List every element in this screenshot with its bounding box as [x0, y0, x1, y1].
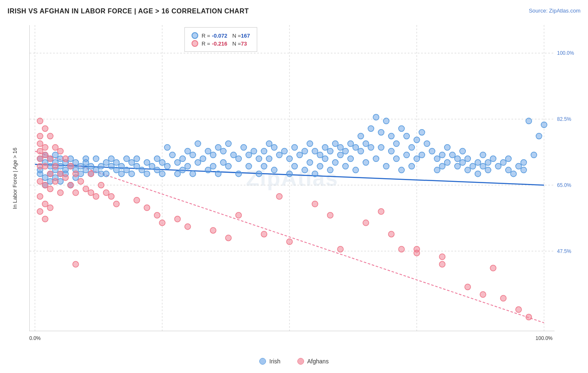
svg-point-228: [52, 144, 58, 150]
svg-point-42: [73, 160, 79, 166]
svg-point-192: [485, 160, 491, 166]
svg-point-130: [317, 152, 323, 158]
svg-text:47.5%: 47.5%: [557, 248, 571, 254]
svg-point-103: [235, 156, 241, 162]
svg-point-119: [286, 156, 292, 162]
svg-point-63: [118, 164, 124, 169]
svg-point-70: [139, 167, 145, 173]
legend-bottom-irish-label: Irish: [269, 358, 280, 365]
svg-point-184: [460, 160, 465, 166]
svg-point-244: [88, 190, 94, 196]
svg-point-68: [134, 164, 140, 169]
svg-point-58: [108, 164, 114, 169]
svg-point-75: [154, 167, 160, 173]
svg-point-209: [37, 148, 43, 154]
svg-point-248: [108, 194, 114, 199]
svg-point-94: [210, 152, 216, 158]
svg-point-52: [93, 167, 99, 173]
svg-point-134: [327, 148, 333, 154]
svg-point-93: [205, 167, 211, 173]
svg-point-178: [445, 144, 450, 150]
chart-area: ZipAtlas R = -0.072 N = 167 R = -0.216 N…: [29, 25, 555, 331]
svg-point-141: [343, 164, 348, 169]
svg-point-215: [37, 156, 43, 162]
svg-point-262: [312, 201, 318, 207]
svg-point-97: [215, 171, 221, 177]
svg-point-253: [159, 220, 165, 226]
svg-point-174: [434, 156, 440, 162]
svg-point-219: [42, 182, 48, 188]
svg-point-231: [57, 148, 63, 154]
svg-point-165: [404, 152, 409, 158]
svg-point-243: [88, 171, 94, 177]
svg-point-126: [307, 141, 313, 146]
svg-point-150: [368, 125, 374, 131]
svg-point-275: [490, 265, 496, 271]
svg-point-76: [159, 160, 165, 166]
svg-point-86: [185, 164, 191, 169]
svg-point-104: [235, 171, 241, 177]
svg-point-216: [42, 125, 48, 131]
svg-point-108: [251, 148, 257, 154]
svg-point-218: [42, 164, 48, 169]
chart-svg: 100.0%82.5%65.0%47.5%0.0%100.0%: [30, 25, 555, 331]
svg-point-124: [302, 148, 308, 154]
svg-point-196: [501, 160, 506, 166]
svg-point-81: [174, 160, 180, 166]
svg-text:82.5%: 82.5%: [557, 116, 571, 122]
svg-point-176: [439, 164, 445, 169]
svg-point-142: [348, 141, 353, 146]
svg-point-227: [47, 205, 53, 211]
svg-point-49: [83, 160, 89, 166]
svg-point-193: [485, 167, 491, 173]
svg-point-118: [281, 148, 287, 154]
legend-bottom: Irish Afghans: [0, 358, 588, 365]
svg-point-144: [353, 144, 358, 150]
svg-point-251: [144, 205, 150, 211]
svg-point-199: [511, 171, 516, 177]
svg-point-62: [118, 171, 124, 177]
svg-point-89: [195, 141, 201, 146]
svg-point-212: [37, 194, 43, 199]
svg-text:100.0%: 100.0%: [557, 50, 574, 56]
svg-text:0.0%: 0.0%: [29, 335, 41, 341]
svg-point-213: [37, 209, 43, 215]
svg-point-186: [465, 167, 470, 173]
legend-bottom-afghans: Afghans: [297, 358, 329, 365]
svg-point-120: [286, 171, 292, 177]
svg-point-264: [337, 246, 343, 252]
svg-point-194: [490, 156, 496, 162]
svg-point-171: [419, 152, 425, 158]
svg-point-169: [414, 156, 420, 162]
svg-point-230: [52, 179, 58, 184]
svg-point-145: [353, 167, 358, 173]
svg-point-272: [439, 261, 445, 267]
svg-point-128: [312, 148, 318, 154]
svg-point-224: [47, 156, 53, 162]
source-label: Source: ZipAtlas.com: [529, 8, 580, 14]
svg-point-140: [343, 148, 348, 154]
svg-point-91: [200, 156, 206, 162]
svg-point-54: [98, 164, 104, 169]
svg-point-152: [373, 114, 379, 120]
svg-point-61: [113, 160, 119, 166]
svg-point-265: [363, 220, 369, 226]
svg-point-111: [261, 148, 267, 154]
svg-point-151: [368, 144, 374, 150]
svg-point-177: [439, 152, 445, 158]
svg-point-256: [210, 227, 216, 233]
svg-point-132: [322, 144, 328, 150]
svg-point-191: [480, 164, 486, 169]
svg-point-173: [429, 148, 435, 154]
svg-text:65.0%: 65.0%: [557, 182, 571, 188]
svg-point-217: [42, 144, 48, 150]
svg-point-229: [52, 164, 58, 169]
svg-point-168: [414, 137, 420, 143]
svg-point-180: [450, 152, 455, 158]
svg-point-163: [399, 167, 404, 173]
svg-point-220: [42, 201, 48, 207]
svg-point-166: [409, 144, 414, 150]
svg-point-274: [480, 291, 486, 297]
svg-point-240: [73, 261, 79, 267]
svg-point-267: [389, 231, 394, 237]
